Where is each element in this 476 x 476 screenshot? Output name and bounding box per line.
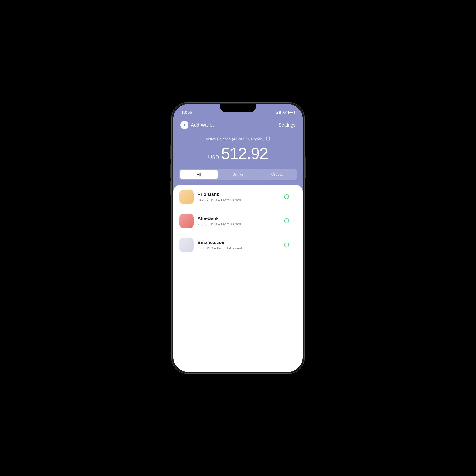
priorbank-name: PriorBank bbox=[198, 192, 280, 197]
add-icon-circle: + bbox=[180, 121, 188, 129]
binance-balance: 0.00 USD – From 1 Account bbox=[198, 246, 280, 250]
wallet-item-alfabank[interactable]: Alfa-Bank 200.00 USD – From 1 Card + bbox=[173, 209, 303, 233]
priorbank-logo bbox=[179, 190, 194, 204]
add-wallet-label: Add Wallet bbox=[191, 122, 214, 128]
balance-section: Active Balance (4 Card / 1 Crypto) USD 5… bbox=[173, 134, 303, 169]
tab-divider-1 bbox=[218, 172, 219, 177]
alfabank-name: Alfa-Bank bbox=[198, 216, 280, 221]
binance-add-button[interactable]: + bbox=[293, 241, 297, 248]
binance-actions: + bbox=[284, 241, 297, 248]
alfabank-info: Alfa-Bank 200.00 USD – From 1 Card bbox=[198, 216, 280, 226]
tab-divider-2 bbox=[257, 172, 258, 177]
wifi-icon bbox=[283, 111, 287, 114]
notch bbox=[220, 104, 256, 112]
wallet-item-binance[interactable]: Binance.com 0.00 USD – From 1 Account + bbox=[173, 233, 303, 257]
alfabank-balance: 200.00 USD – From 1 Card bbox=[198, 222, 280, 226]
status-icons bbox=[276, 111, 295, 114]
plus-icon: + bbox=[293, 241, 297, 248]
alfabank-actions: + bbox=[284, 218, 297, 224]
priorbank-add-button[interactable]: + bbox=[293, 193, 297, 200]
settings-button[interactable]: Settings bbox=[278, 122, 296, 128]
balance-label: Active Balance (4 Card / 1 Crypto) bbox=[180, 136, 296, 142]
signal-icon bbox=[276, 111, 281, 114]
plus-icon: + bbox=[183, 122, 186, 128]
status-time: 18:56 bbox=[181, 110, 192, 115]
binance-name: Binance.com bbox=[198, 240, 280, 245]
balance-label-text: Active Balance (4 Card / 1 Crypto) bbox=[206, 137, 263, 141]
alfabank-refresh-button[interactable] bbox=[284, 218, 289, 224]
battery-icon bbox=[288, 111, 295, 114]
app-content: + Add Wallet Settings Active Balance (4 … bbox=[173, 117, 303, 372]
tab-all[interactable]: All bbox=[180, 170, 218, 179]
plus-icon: + bbox=[293, 193, 297, 200]
phone-screen: 18:56 + bbox=[173, 104, 303, 372]
refresh-icon bbox=[284, 194, 289, 200]
balance-number: 512.92 bbox=[221, 144, 268, 163]
refresh-icon bbox=[284, 218, 289, 224]
tab-banks[interactable]: Banks bbox=[219, 170, 257, 179]
tab-crypto[interactable]: Crypto bbox=[258, 170, 296, 179]
priorbank-actions: + bbox=[284, 193, 297, 200]
alfabank-logo bbox=[179, 214, 194, 228]
filter-tabs: All Banks Crypto bbox=[179, 169, 297, 180]
wallet-item-priorbank[interactable]: PriorBank 312.92 USD – From 3 Card + bbox=[173, 185, 303, 209]
add-wallet-button[interactable]: + Add Wallet bbox=[180, 121, 214, 129]
priorbank-info: PriorBank 312.92 USD – From 3 Card bbox=[198, 192, 280, 202]
binance-info: Binance.com 0.00 USD – From 1 Account bbox=[198, 240, 280, 250]
priorbank-refresh-button[interactable] bbox=[284, 194, 289, 200]
priorbank-balance: 312.92 USD – From 3 Card bbox=[198, 198, 280, 202]
balance-refresh-button[interactable] bbox=[266, 136, 270, 142]
binance-logo bbox=[179, 238, 194, 252]
top-nav: + Add Wallet Settings bbox=[173, 117, 303, 134]
binance-refresh-button[interactable] bbox=[284, 242, 289, 248]
refresh-icon bbox=[266, 136, 270, 141]
refresh-icon bbox=[284, 242, 289, 248]
balance-currency: USD bbox=[208, 154, 219, 160]
plus-icon: + bbox=[293, 218, 297, 224]
wallet-list: PriorBank 312.92 USD – From 3 Card + bbox=[173, 185, 303, 372]
balance-amount: USD 512.92 bbox=[180, 144, 296, 163]
alfabank-add-button[interactable]: + bbox=[293, 218, 297, 224]
phone-device: 18:56 + bbox=[171, 102, 305, 374]
